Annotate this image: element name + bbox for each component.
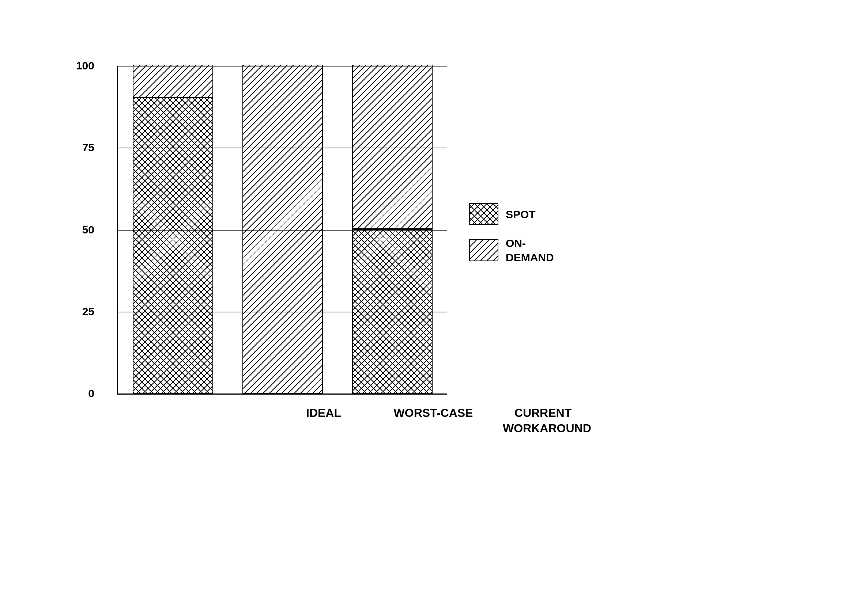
spot-bar bbox=[352, 229, 432, 393]
y-tick-label: 75 bbox=[82, 142, 94, 153]
legend-swatch-ondemand bbox=[469, 239, 498, 261]
x-axis-label: IDEAL bbox=[284, 406, 364, 436]
y-axis-label-container bbox=[91, 66, 113, 436]
legend-label-spot: SPOT bbox=[506, 207, 536, 221]
chart-main: 1007550250 SPOTON- DEMAND bbox=[117, 66, 750, 395]
legend-label-ondemand: ON- DEMAND bbox=[506, 236, 554, 264]
chart-area: 1007550250 SPOTON- DEMAND IDEALWORST-CAS… bbox=[117, 66, 750, 436]
ondemand-bar bbox=[243, 65, 323, 393]
chart-container: 1007550250 SPOTON- DEMAND IDEALWORST-CAS… bbox=[91, 66, 750, 436]
plot-area: 1007550250 bbox=[117, 66, 447, 395]
y-tick-label: 25 bbox=[82, 306, 94, 317]
bars-group bbox=[118, 66, 447, 393]
y-tick-label: 0 bbox=[88, 388, 94, 399]
legend-item-ondemand: ON- DEMAND bbox=[469, 236, 554, 264]
x-axis-labels: IDEALWORST-CASECURRENT WORKAROUND bbox=[117, 406, 750, 436]
bar-stack bbox=[243, 65, 323, 393]
ondemand-bar bbox=[352, 65, 432, 229]
legend: SPOTON- DEMAND bbox=[469, 203, 554, 264]
legend-swatch-spot bbox=[469, 203, 498, 225]
spot-bar bbox=[133, 98, 213, 393]
x-axis-label: CURRENT WORKAROUND bbox=[503, 406, 583, 436]
bar-stack bbox=[133, 65, 213, 393]
legend-item-spot: SPOT bbox=[469, 203, 554, 225]
ondemand-bar bbox=[133, 65, 213, 98]
y-tick-label: 100 bbox=[76, 60, 94, 71]
y-tick-label: 50 bbox=[82, 224, 94, 235]
grid-line bbox=[118, 393, 447, 394]
bar-stack bbox=[352, 65, 432, 393]
x-axis-label: WORST-CASE bbox=[393, 406, 473, 436]
